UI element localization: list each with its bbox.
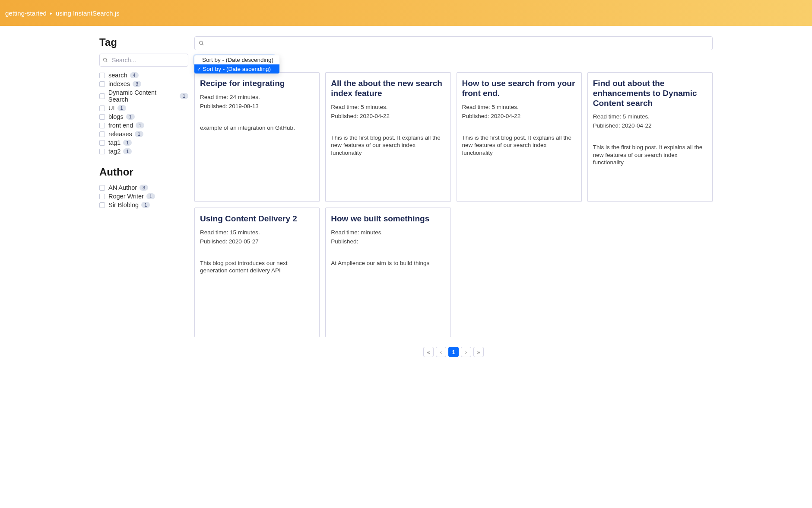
facet-label: front end (108, 122, 133, 129)
facet-count: 1 (146, 193, 155, 199)
page-prev-button[interactable]: ‹ (436, 347, 446, 357)
facet-label: Roger Writer (108, 193, 144, 200)
svg-point-0 (104, 58, 107, 61)
hit-read-time: Read time: 5 minutes. (462, 104, 576, 110)
pagination: « ‹ 1 › » (194, 347, 713, 357)
tag-facet-search (99, 54, 188, 67)
facet-item[interactable]: Sir Bloblog1 (99, 201, 188, 209)
hit-card: How we built somethings Read time: minut… (325, 208, 450, 337)
header-separator: ▸ (50, 11, 52, 16)
header-left: getting-started (5, 10, 47, 17)
facet-count: 1 (123, 140, 132, 146)
facet-item[interactable]: releases1 (99, 130, 188, 138)
header: getting-started ▸ using InstantSearch.js (0, 0, 812, 26)
facet-checkbox[interactable] (99, 149, 105, 154)
facet-checkbox[interactable] (99, 93, 105, 99)
facet-item[interactable]: AN Author3 (99, 183, 188, 192)
facet-checkbox[interactable] (99, 81, 105, 87)
facet-item[interactable]: blogs1 (99, 112, 188, 121)
facet-count: 1 (136, 122, 144, 128)
facet-label: AN Author (108, 184, 137, 191)
facet-checkbox[interactable] (99, 114, 105, 120)
facet-count: 3 (133, 81, 141, 87)
facet-item[interactable]: tag11 (99, 138, 188, 147)
search-icon (199, 41, 204, 46)
hit-read-time: Read time: minutes. (331, 229, 445, 236)
hit-title: Recipe for integrating (200, 79, 314, 89)
tag-heading: Tag (99, 36, 188, 48)
svg-point-2 (200, 41, 203, 45)
facet-checkbox[interactable] (99, 202, 105, 208)
facet-checkbox[interactable] (99, 140, 105, 146)
tag-search-input[interactable] (99, 54, 188, 67)
hit-card: How to use search from your front end. R… (457, 72, 582, 202)
facet-count: 1 (126, 114, 135, 120)
hit-read-time: Read time: 15 minutes. (200, 229, 314, 236)
page-number-button[interactable]: 1 (448, 347, 459, 357)
facet-item[interactable]: indexes3 (99, 80, 188, 88)
facet-label: tag2 (108, 148, 121, 155)
hit-card: All the about the new search index featu… (325, 72, 450, 202)
facet-count: 4 (130, 72, 139, 78)
facet-label: Dynamic Content Search (108, 89, 177, 103)
main-content: Sort by - (Date descending)Sort by - (Da… (194, 36, 713, 357)
facet-checkbox[interactable] (99, 194, 105, 199)
facet-label: Sir Bloblog (108, 201, 139, 208)
hit-read-time: Read time: 5 minutes. (331, 104, 445, 110)
hit-published: Published: 2019-08-13 (200, 103, 314, 109)
facet-label: tag1 (108, 139, 121, 146)
facet-label: search (108, 72, 127, 79)
hit-title: How to use search from your front end. (462, 79, 576, 99)
main-search-input[interactable] (194, 36, 713, 50)
searchbox (194, 36, 713, 50)
hit-description: This is the first blog post. It explains… (462, 134, 576, 157)
facet-checkbox[interactable] (99, 105, 105, 111)
author-list: AN Author3Roger Writer1Sir Bloblog1 (99, 183, 188, 209)
facet-checkbox[interactable] (99, 123, 105, 128)
sort-by[interactable]: Sort by - (Date descending)Sort by - (Da… (194, 55, 275, 66)
page-first-button[interactable]: « (423, 347, 434, 357)
hit-title: How we built somethings (331, 214, 445, 224)
hit-published: Published: (331, 238, 445, 245)
hit-published: Published: 2020-04-22 (462, 113, 576, 119)
hit-card: Find out about the enhancements to Dynam… (587, 72, 713, 202)
facet-count: 1 (180, 93, 188, 99)
hit-published: Published: 2020-05-27 (200, 238, 314, 245)
header-right: using InstantSearch.js (56, 10, 120, 17)
tag-list: search4indexes3Dynamic Content Search1UI… (99, 71, 188, 156)
hit-description: This is the first blog post. It explains… (331, 134, 445, 157)
facet-label: indexes (108, 80, 130, 87)
facet-label: releases (108, 131, 132, 137)
hit-description: At Amplience our aim is to build things (331, 259, 445, 267)
facet-item[interactable]: tag21 (99, 147, 188, 156)
sidebar: Tag search4indexes3Dynamic Content Searc… (99, 36, 188, 357)
facet-checkbox[interactable] (99, 131, 105, 137)
facet-label: UI (108, 105, 115, 112)
search-icon (103, 58, 108, 63)
facet-item[interactable]: search4 (99, 71, 188, 80)
sort-dropdown: Sort by - (Date descending)Sort by - (Da… (194, 55, 279, 73)
hit-description: This blog post introduces our next gener… (200, 259, 314, 275)
hit-read-time: Read time: 24 minutes. (200, 94, 314, 100)
hit-title: All the about the new search index featu… (331, 79, 445, 99)
svg-line-3 (202, 44, 203, 45)
page-last-button[interactable]: » (473, 347, 484, 357)
facet-checkbox[interactable] (99, 185, 105, 191)
hit-description: This is the first blog post. It explains… (593, 144, 707, 166)
hits-grid: Recipe for integrating Read time: 24 min… (194, 72, 713, 337)
facet-item[interactable]: Dynamic Content Search1 (99, 88, 188, 104)
hit-title: Using Content Delivery 2 (200, 214, 314, 224)
sort-option[interactable]: Sort by - (Date descending) (194, 55, 279, 64)
hit-card: Recipe for integrating Read time: 24 min… (194, 72, 320, 202)
facet-checkbox[interactable] (99, 73, 105, 78)
facet-item[interactable]: Roger Writer1 (99, 192, 188, 201)
facet-item[interactable]: UI1 (99, 104, 188, 112)
hit-read-time: Read time: 5 minutes. (593, 113, 707, 120)
hit-published: Published: 2020-04-22 (331, 113, 445, 119)
facet-count: 3 (140, 185, 148, 191)
facet-item[interactable]: front end1 (99, 121, 188, 130)
facet-count: 1 (123, 148, 132, 154)
svg-line-1 (106, 61, 108, 62)
page-next-button[interactable]: › (461, 347, 471, 357)
sort-option[interactable]: Sort by - (Date ascending) (194, 64, 279, 73)
